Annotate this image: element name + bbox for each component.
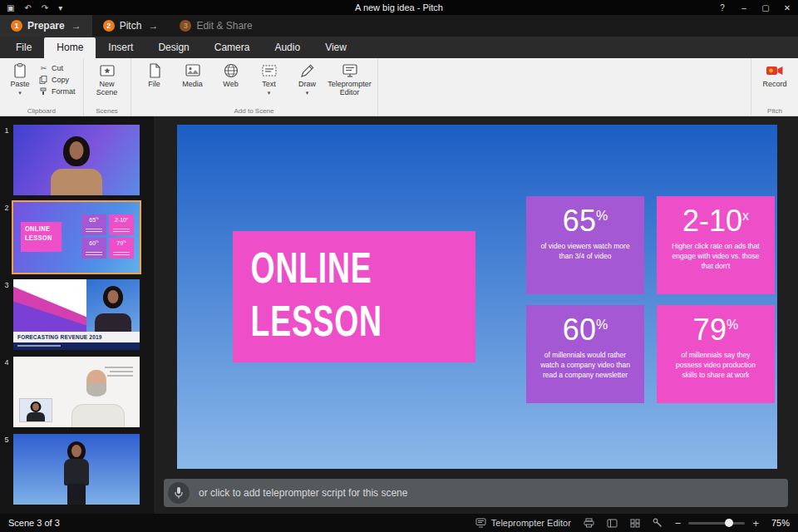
menu-insert[interactable]: Insert: [96, 37, 145, 58]
scene-row-3: 3 FORECASTING REVENUE 2019: [0, 279, 154, 350]
step-1-badge: 1: [11, 20, 22, 32]
step-prepare[interactable]: 1 Prepare →: [0, 15, 92, 37]
mini-stats-grid: 65% 2-10x 60% 79%: [81, 214, 134, 259]
draw-button[interactable]: Draw ▾: [288, 60, 327, 95]
scene-3-number: 3: [0, 279, 13, 350]
pitch-group-label: Pitch: [766, 108, 784, 115]
add-file-label: File: [148, 81, 160, 89]
step-edit-share[interactable]: 3 Edit & Share: [169, 15, 263, 37]
format-label: Format: [52, 87, 76, 96]
step-arrow-icon: →: [71, 20, 81, 32]
record-button[interactable]: Record: [756, 60, 794, 89]
step-3-label: Edit & Share: [196, 20, 252, 32]
slide-title-box[interactable]: ONLINE LESSON: [233, 231, 475, 362]
teleprompter-icon: [342, 62, 358, 79]
zoom-slider[interactable]: [688, 522, 745, 525]
new-scene-button[interactable]: New Scene: [88, 60, 126, 97]
add-web-button[interactable]: Web: [212, 60, 250, 89]
slide-preview[interactable]: ONLINE LESSON 65% of video viewers watch…: [177, 125, 777, 469]
menu-camera[interactable]: Camera: [202, 37, 263, 58]
tools-wrench-icon[interactable]: [653, 518, 663, 528]
undo-icon[interactable]: ↶: [24, 3, 31, 12]
teleprompter-editor-button[interactable]: Teleprompter Editor: [327, 60, 373, 97]
record-label: Record: [762, 81, 786, 89]
picture-in-picture: [19, 398, 52, 422]
cut-icon: ✂: [39, 64, 48, 72]
paste-icon: [12, 62, 28, 79]
zoom-out-button[interactable]: −: [675, 517, 682, 530]
stat-card-2-10x[interactable]: 2-10x Higher click rate on ads that enga…: [657, 196, 775, 294]
scene-4-thumbnail[interactable]: [13, 357, 140, 427]
add-to-scene-group-label: Add to Scene: [234, 107, 273, 115]
maximize-button[interactable]: ▢: [755, 3, 776, 12]
ribbon-group-add-to-scene: File Media Web: [131, 58, 378, 116]
panel-layout-icon[interactable]: [607, 519, 618, 528]
quick-access-caret-icon[interactable]: ▾: [58, 3, 62, 12]
scene-1-thumbnail[interactable]: [13, 125, 140, 195]
step-2-label: Pitch: [120, 20, 142, 32]
scene-row-2: 2 ONLINE LESSON 65% 2-10x 60% 79%: [0, 202, 154, 273]
mini-stat-card: 2-10x: [109, 214, 134, 235]
add-file-button[interactable]: File: [135, 60, 174, 89]
menu-home[interactable]: Home: [44, 37, 96, 58]
statusbar: Scene 3 of 3 Teleprompter Editor −: [0, 514, 798, 532]
redo-icon[interactable]: ↷: [42, 3, 48, 12]
menu-view[interactable]: View: [313, 37, 359, 58]
new-scene-icon: [99, 62, 116, 79]
scene-1-number: 1: [0, 125, 13, 195]
stat-card-79[interactable]: 79% of millennials say they possess vide…: [657, 305, 775, 403]
scene-2-thumbnail-selected[interactable]: ONLINE LESSON 65% 2-10x 60% 79%: [13, 202, 140, 273]
teleprompter-script-input[interactable]: or click to add teleprompter script for …: [164, 479, 788, 507]
add-media-button[interactable]: Media: [174, 60, 212, 89]
media-icon: [185, 62, 201, 79]
zoom-in-button[interactable]: +: [752, 517, 759, 530]
step-pitch[interactable]: 2 Pitch →: [92, 15, 170, 37]
teleprompter-editor-toggle[interactable]: Teleprompter Editor: [475, 518, 571, 528]
slide-title-line-1: ONLINE: [251, 241, 408, 294]
menu-design[interactable]: Design: [145, 37, 201, 58]
draw-label: Draw: [298, 81, 316, 89]
copy-button[interactable]: Copy: [37, 75, 77, 85]
teleprompter-editor-label: Teleprompter Editor: [491, 518, 571, 528]
scene-row-4: 4: [0, 357, 154, 427]
window-title: A new big idea - Pitch: [0, 2, 798, 12]
printer-icon[interactable]: [584, 518, 594, 528]
paste-label: Paste: [7, 81, 32, 89]
menu-file[interactable]: File: [3, 37, 44, 58]
add-text-button[interactable]: Text ▾: [250, 60, 288, 95]
slide-title-line-2: LESSON: [251, 294, 408, 347]
mini-area-chart: [13, 279, 86, 332]
scene-list: 1 2 ONLINE LESSON 65% 2-10x: [0, 116, 154, 514]
app-icon: ▣: [7, 3, 14, 12]
stat-card-60[interactable]: 60% of millennials would rather watch a …: [526, 305, 644, 403]
clipboard-group-label: Clipboard: [22, 108, 61, 115]
help-button[interactable]: ?: [712, 3, 733, 12]
scene-row-5: 5: [0, 434, 154, 505]
step-1-label: Prepare: [27, 20, 65, 32]
scene-indicator: Scene 3 of 3: [8, 518, 60, 528]
minimize-button[interactable]: –: [733, 3, 755, 12]
paste-button[interactable]: Paste ▾: [4, 60, 36, 95]
format-painter-button[interactable]: Format: [37, 86, 77, 96]
format-painter-icon: [39, 87, 48, 96]
teleprompter-placeholder: or click to add teleprompter script for …: [199, 487, 407, 499]
menu-audio[interactable]: Audio: [262, 37, 313, 58]
close-button[interactable]: ✕: [776, 3, 798, 12]
record-camera-icon: [766, 62, 784, 79]
stat-card-65[interactable]: 65% of video viewers watch more than 3/4…: [526, 196, 644, 294]
workspace: 1 2 ONLINE LESSON 65% 2-10x: [0, 116, 798, 514]
scene-5-thumbnail[interactable]: [13, 434, 140, 505]
canvas: ONLINE LESSON 65% of video viewers watch…: [154, 116, 798, 514]
grid-view-icon[interactable]: [630, 519, 640, 528]
cut-button[interactable]: ✂ Cut: [37, 63, 77, 73]
scene-3-thumbnail[interactable]: FORECASTING REVENUE 2019: [13, 279, 140, 350]
paste-caret-icon: ▾: [18, 91, 22, 96]
titlebar: ▣ ↶ ↷ ▾ A new big idea - Pitch ? – ▢ ✕: [0, 0, 798, 15]
zoom-slider-handle[interactable]: [725, 519, 733, 527]
zoom-control: − + 75%: [675, 517, 790, 530]
mic-button[interactable]: [168, 482, 190, 504]
stats-grid: 65% of video viewers watch more than 3/4…: [526, 196, 775, 403]
scene-3-byline-bar: [13, 342, 140, 350]
scene-3-caption: FORECASTING REVENUE 2019: [13, 332, 140, 342]
add-text-label: Text: [262, 81, 276, 89]
